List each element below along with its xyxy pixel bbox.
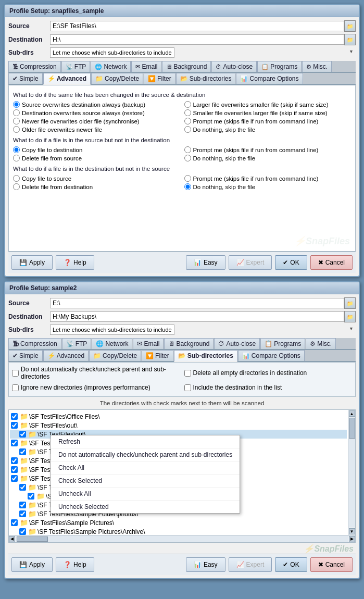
ctx-check-all[interactable]: Check All bbox=[51, 461, 240, 475]
option-3-checkbox[interactable] bbox=[184, 370, 191, 377]
tab-subdirectories[interactable]: 📂Sub-directories bbox=[176, 73, 236, 84]
tab-ftp[interactable]: 📡FTP bbox=[61, 61, 91, 72]
dir-cb-6[interactable] bbox=[11, 457, 18, 464]
dest-browse-button-2[interactable]: 📁 bbox=[344, 311, 356, 322]
s1-radio-5-input[interactable] bbox=[13, 118, 20, 124]
s2-radio-2-label[interactable]: Prompt me (skips file if run from comman… bbox=[193, 147, 319, 153]
s1-radio-7-input[interactable] bbox=[13, 126, 20, 133]
ctx-check-selected[interactable]: Check Selected bbox=[51, 475, 240, 488]
tab-autoclose[interactable]: ⏱Auto-close bbox=[211, 61, 257, 72]
s3-radio-3-label[interactable]: Delete file from destination bbox=[22, 184, 93, 190]
tab2-compression[interactable]: 🗜Compression bbox=[8, 338, 61, 349]
tab2-background[interactable]: 🖥Background bbox=[164, 338, 214, 349]
vertical-scrollbar[interactable]: ▲ ▼ bbox=[348, 410, 355, 535]
tab2-filter[interactable]: 🔽Filter bbox=[142, 350, 173, 361]
tab2-programs[interactable]: 📋Programs bbox=[260, 338, 305, 349]
dir-cb-13[interactable] bbox=[11, 519, 18, 526]
option-1-checkbox[interactable] bbox=[12, 370, 19, 377]
tab2-advanced[interactable]: ⚡Advanced bbox=[43, 350, 89, 361]
tab2-autoclose[interactable]: ⏱Auto-close bbox=[214, 338, 260, 349]
dir-cb-1[interactable] bbox=[11, 413, 18, 420]
dir-cb-3[interactable] bbox=[19, 431, 26, 438]
tab2-ftp[interactable]: 📡FTP bbox=[62, 338, 92, 349]
dir-cb-2[interactable] bbox=[11, 422, 18, 429]
tab-email[interactable]: ✉Email bbox=[131, 61, 161, 72]
subdirs-select[interactable]: Let me choose which sub-directories to i… bbox=[50, 47, 174, 58]
ok-button-1[interactable]: ✔ OK bbox=[275, 255, 307, 270]
option-3-label[interactable]: Delete all empty directories in destinat… bbox=[193, 369, 307, 377]
tab2-compare[interactable]: 📊Compare Options bbox=[238, 350, 305, 361]
dir-cb-5[interactable] bbox=[19, 448, 26, 455]
scroll-down-btn[interactable]: ▼ bbox=[349, 528, 355, 534]
s1-radio-4-label[interactable]: Smaller file overwrites larger file (ski… bbox=[193, 110, 328, 116]
option-4-checkbox[interactable] bbox=[184, 384, 191, 391]
tab2-network[interactable]: 🌐Network bbox=[92, 338, 132, 349]
s1-radio-6-input[interactable] bbox=[184, 118, 191, 124]
s1-radio-5-label[interactable]: Newer file overwrites older file (synchr… bbox=[22, 118, 140, 124]
s2-radio-4-input[interactable] bbox=[184, 155, 191, 161]
s2-radio-2-input[interactable] bbox=[184, 146, 191, 153]
tab-advanced[interactable]: ⚡Advanced bbox=[43, 73, 91, 85]
subdirs-select-2[interactable]: Let me choose which sub-directories to i… bbox=[50, 325, 174, 335]
tab-programs[interactable]: 📋Programs bbox=[257, 61, 302, 72]
dest-input-2[interactable] bbox=[50, 311, 344, 322]
tab2-misc[interactable]: ⚙Misc. bbox=[306, 338, 336, 349]
s3-radio-1-input[interactable] bbox=[13, 175, 20, 182]
option-2-checkbox[interactable] bbox=[12, 384, 19, 391]
option-4-label[interactable]: Include the destination in the list bbox=[193, 384, 282, 391]
source-browse-button[interactable]: 📁 bbox=[344, 20, 356, 32]
ok-button-2[interactable]: ✔ OK bbox=[275, 557, 307, 572]
s1-radio-1-input[interactable] bbox=[13, 101, 20, 108]
tab2-email[interactable]: ✉Email bbox=[133, 338, 164, 349]
s3-radio-1-label[interactable]: Copy file to source bbox=[22, 176, 71, 182]
s1-radio-8-input[interactable] bbox=[184, 126, 191, 133]
expert-button-2[interactable]: 📈 Expert bbox=[229, 557, 272, 572]
tab-background[interactable]: 🖥Background bbox=[162, 61, 211, 72]
dir-cb-11[interactable] bbox=[19, 502, 26, 508]
option-2-label[interactable]: Ignore new directories (improves perform… bbox=[21, 384, 150, 391]
tab2-copydelete[interactable]: 📁Copy/Delete bbox=[89, 350, 141, 361]
option-1-label[interactable]: Do not automatically check/uncheck paren… bbox=[21, 366, 180, 380]
tab-simple[interactable]: ✔Simple bbox=[8, 73, 43, 84]
ctx-uncheck-selected[interactable]: Uncheck Selected bbox=[51, 501, 240, 513]
s2-radio-3-input[interactable] bbox=[13, 155, 20, 161]
dest-browse-button[interactable]: 📁 bbox=[344, 34, 356, 45]
s2-radio-1-input[interactable] bbox=[13, 146, 20, 153]
help-button-1[interactable]: ❓ Help bbox=[56, 255, 94, 270]
scroll-right-btn[interactable]: ▶ bbox=[349, 536, 355, 542]
s1-radio-7-label[interactable]: Older file overwrites newer file bbox=[22, 127, 102, 133]
source-input[interactable] bbox=[50, 21, 344, 31]
s3-radio-4-input[interactable] bbox=[184, 183, 191, 190]
s1-radio-4-input[interactable] bbox=[184, 109, 191, 116]
dir-cb-8[interactable] bbox=[11, 475, 18, 482]
apply-button-1[interactable]: 💾 Apply bbox=[11, 255, 53, 270]
tab-compression[interactable]: 🗜Compression bbox=[8, 61, 61, 72]
dir-cb-4[interactable] bbox=[11, 440, 18, 446]
s3-radio-4-label[interactable]: Do nothing, skip the file bbox=[193, 184, 256, 190]
horizontal-scrollbar[interactable]: ◀ ▶ bbox=[9, 535, 355, 542]
dir-cb-9[interactable] bbox=[19, 484, 26, 491]
ctx-uncheck-all[interactable]: Uncheck All bbox=[51, 488, 240, 501]
tab2-simple[interactable]: ✔Simple bbox=[8, 350, 43, 361]
s2-radio-1-label[interactable]: Copy file to destination bbox=[22, 147, 82, 153]
s1-radio-8-label[interactable]: Do nothing, skip the file bbox=[193, 127, 256, 133]
s1-radio-1-label[interactable]: Source overwrites destination always (ba… bbox=[22, 102, 145, 108]
tab-network[interactable]: 🌐Network bbox=[91, 61, 131, 72]
s1-radio-3-label[interactable]: Destination overwrites source always (re… bbox=[22, 110, 145, 116]
scroll-left-btn[interactable]: ◀ bbox=[9, 536, 15, 542]
dir-cb-14[interactable] bbox=[19, 528, 26, 535]
tab-copydelete[interactable]: 📁Copy/Delete bbox=[91, 73, 143, 84]
s1-radio-2-input[interactable] bbox=[184, 101, 191, 108]
dir-tree-scroll[interactable]: 📁\SF TestFiles\Office Files\ 📁\SF TestFi… bbox=[9, 410, 348, 535]
cancel-button-1[interactable]: ✖ Cancel bbox=[310, 255, 353, 270]
cancel-button-2[interactable]: ✖ Cancel bbox=[310, 557, 353, 572]
apply-button-2[interactable]: 💾 Apply bbox=[11, 557, 53, 572]
s1-radio-6-label[interactable]: Prompt me (skips file if run from comman… bbox=[193, 118, 319, 124]
scroll-up-btn[interactable]: ▲ bbox=[349, 410, 355, 417]
dir-cb-7[interactable] bbox=[11, 466, 18, 473]
s1-radio-2-label[interactable]: Larger file overwrites smaller file (ski… bbox=[193, 102, 329, 108]
source-input-2[interactable] bbox=[50, 298, 344, 308]
ctx-no-auto-check[interactable]: Do not automatically check/uncheck paren… bbox=[51, 448, 240, 461]
s3-radio-2-input[interactable] bbox=[184, 175, 191, 182]
easy-button-2[interactable]: 📊 Easy bbox=[186, 557, 225, 572]
